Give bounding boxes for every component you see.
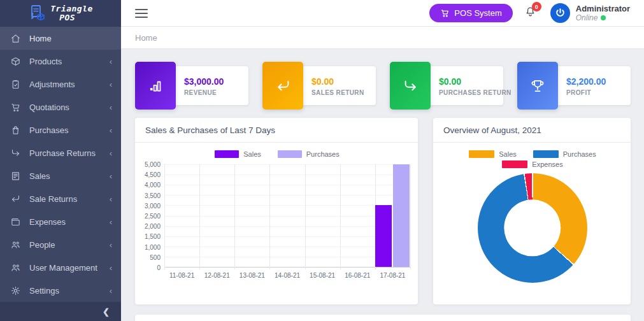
sidebar-item-people[interactable]: People ‹ [0, 233, 121, 256]
bar-purchases-17-08-21[interactable] [393, 164, 410, 267]
legend-item-purchases: Purchases [533, 150, 596, 158]
sidebar-collapse-button[interactable]: ❮ [0, 302, 121, 321]
corner-down-right-icon [10, 148, 21, 159]
legend-item-expenses: Expenses [502, 160, 562, 168]
donut-chart[interactable] [478, 173, 587, 283]
y-axis-labels: 5,0004,5004,0003,5003,0002,5002,0001,500… [141, 164, 164, 268]
breadcrumb-home-link[interactable]: Home [135, 33, 157, 43]
sidebar-item-label: Home [29, 34, 52, 43]
stat-tile [390, 62, 431, 110]
stat-cards-row: $3,000.00 REVENUE $0.00 SALES RETURN $0.… [135, 62, 631, 110]
chevron-left-icon: ‹ [110, 126, 112, 134]
sidebar-item-label: Settings [29, 286, 59, 296]
sidebar: Triangle POS Home Products ‹ Adjustments… [0, 0, 121, 321]
bar-chart-card: Sales & Purchases of Last 7 Days Sales P… [135, 118, 418, 304]
x-tick-label: 13-08-21 [234, 272, 269, 279]
chevron-left-icon: ‹ [110, 172, 112, 180]
box-icon [10, 56, 21, 67]
legend-item-sales: Sales [215, 150, 261, 158]
shopping-bag-icon [10, 125, 21, 136]
sidebar-item-label: People [29, 240, 55, 250]
app-logo[interactable]: Triangle POS [0, 0, 121, 27]
user-name: Administrator [576, 4, 630, 14]
x-tick-label: 12-08-21 [199, 272, 234, 279]
stat-value: $2,200.00 [566, 76, 606, 86]
corner-down-right-icon [402, 77, 419, 94]
online-status-dot [601, 15, 606, 20]
wallet-icon [10, 217, 21, 227]
sidebar-item-label: Sales [29, 171, 50, 181]
sidebar-item-purchase-returns[interactable]: Purchase Returns ‹ [0, 141, 121, 164]
sidebar-item-label: Adjustments [29, 80, 75, 89]
gear-icon [10, 285, 21, 296]
sidebar-item-label: Sale Returns [29, 194, 77, 204]
stat-tile [262, 62, 303, 110]
donut-chart-legend: Sales Purchases Expenses [440, 150, 626, 168]
bar-sales-17-08-21[interactable] [375, 205, 392, 267]
return-arrow-icon [275, 77, 292, 94]
legend-item-purchases: Purchases [278, 150, 340, 158]
sidebar-item-label: User Management [29, 263, 97, 273]
hamburger-menu-icon[interactable] [135, 6, 148, 20]
stat-value: $0.00 [439, 76, 512, 86]
pos-button-label: POS System [454, 8, 501, 18]
sidebar-item-label: Purchases [29, 125, 68, 135]
sidebar-item-user-management[interactable]: User Management ‹ [0, 256, 121, 279]
stat-value: $0.00 [311, 76, 364, 86]
notification-count-badge: 0 [532, 2, 541, 11]
chevron-left-icon: ‹ [110, 241, 112, 249]
notifications-bell[interactable]: 0 [524, 6, 536, 20]
sidebar-item-adjustments[interactable]: Adjustments ‹ [0, 73, 121, 96]
chevron-left-icon: ‹ [110, 57, 112, 66]
sidebar-item-home[interactable]: Home [0, 27, 121, 50]
bottom-card-partial [135, 315, 631, 321]
sidebar-item-sale-returns[interactable]: Sale Returns ‹ [0, 187, 121, 210]
sidebar-item-label: Purchase Returns [29, 148, 96, 158]
home-icon [10, 33, 21, 44]
bar-chart-title: Sales & Purchases of Last 7 Days [135, 118, 418, 143]
bar-chart-icon [147, 78, 164, 94]
sidebar-item-settings[interactable]: Settings ‹ [0, 279, 121, 302]
x-tick-label: 11-08-21 [164, 272, 199, 279]
stat-tile [517, 62, 558, 110]
donut-chart-title: Overview of August, 2021 [433, 118, 631, 143]
x-tick-label: 15-08-21 [305, 272, 340, 279]
donut-chart-card: Overview of August, 2021 Sales Purchases… [433, 118, 631, 304]
user-menu[interactable]: Administrator Online [550, 3, 630, 23]
x-axis-labels: 11-08-2112-08-2113-08-2114-08-2115-08-21… [164, 268, 410, 279]
chevron-left-icon: ‹ [110, 264, 112, 272]
sidebar-item-label: Quotations [29, 103, 69, 112]
sidebar-item-quotations[interactable]: Quotations ‹ [0, 96, 121, 118]
bar-chart-plot[interactable] [164, 164, 410, 268]
logo-text: Triangle POS [50, 4, 93, 22]
clipboard-icon [10, 79, 21, 90]
pos-system-button[interactable]: POS System [429, 4, 512, 22]
x-tick-label: 16-08-21 [340, 272, 375, 279]
stat-label: PURCHASES RETURN [439, 89, 512, 96]
sidebar-item-products[interactable]: Products ‹ [0, 50, 121, 73]
stat-card-profit: $2,200.00 PROFIT [517, 62, 631, 110]
people-icon [10, 239, 21, 250]
topbar: POS System 0 Administrator Onlin [121, 0, 644, 27]
x-tick-label: 17-08-21 [375, 272, 410, 279]
stat-tile [135, 62, 176, 110]
users-icon [10, 262, 21, 273]
stat-card-sales-return: $0.00 SALES RETURN [262, 62, 376, 110]
chevron-left-icon: ‹ [110, 218, 112, 226]
chevron-left-icon: ‹ [110, 195, 112, 203]
main-content: $3,000.00 REVENUE $0.00 SALES RETURN $0.… [121, 49, 644, 321]
breadcrumb: Home [121, 27, 644, 49]
sidebar-item-expenses[interactable]: Expenses ‹ [0, 210, 121, 233]
chevron-left-icon: ❮ [103, 307, 110, 317]
user-status: Online [576, 13, 630, 22]
stat-label: SALES RETURN [311, 89, 364, 96]
sidebar-item-label: Products [29, 57, 62, 66]
stat-value: $3,000.00 [184, 76, 224, 86]
cart-icon [10, 102, 21, 113]
logo-icon [28, 4, 46, 22]
sidebar-item-purchases[interactable]: Purchases ‹ [0, 118, 121, 141]
sidebar-item-sales[interactable]: Sales ‹ [0, 164, 121, 187]
sidebar-menu: Home Products ‹ Adjustments ‹ Quotations… [0, 27, 121, 302]
chevron-left-icon: ‹ [110, 103, 112, 111]
cart-icon [440, 8, 450, 18]
